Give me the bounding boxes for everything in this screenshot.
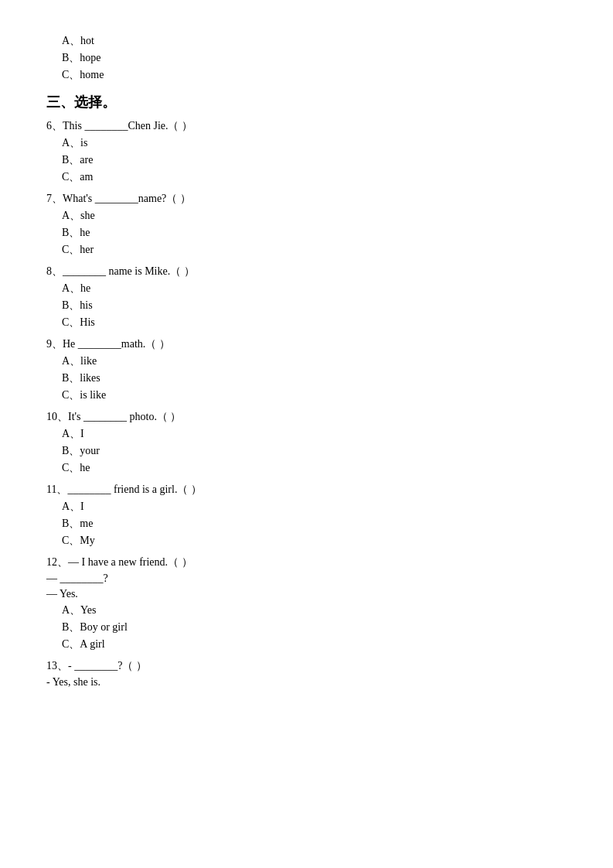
question-q9: 9、He ________math.（ ）A、likeB、likesC、is l… [46,337,567,402]
option-q11-a: A、I [46,500,567,514]
prev-options-section: A、hot B、hope C、home [46,34,567,82]
question-q12: 12、— I have a new friend.（ ）— ________?—… [46,555,567,651]
option-q10-b: B、your [46,444,567,458]
question-text-q9: 9、He ________math.（ ） [46,337,567,351]
question-q11: 11、________ friend is a girl.（ ）A、IB、meC… [46,483,567,548]
option-q12-b: B、Boy or girl [46,620,567,634]
question-text-q11: 11、________ friend is a girl.（ ） [46,483,567,497]
option-q9-c: C、is like [46,388,567,402]
option-q10-c: C、he [46,461,567,475]
option-q9-a: A、like [46,354,567,368]
questions-container: 6、This ________Chen Jie.（ ）A、isB、areC、am… [46,119,567,689]
option-q7-a: A、she [46,209,567,223]
option-q12-a: A、Yes [46,603,567,617]
option-q11-c: C、My [46,534,567,548]
question-q6: 6、This ________Chen Jie.（ ）A、isB、areC、am [46,119,567,184]
option-q6-c: C、am [46,170,567,184]
option-q7-b: B、he [46,226,567,240]
option-q6-b: B、are [46,153,567,167]
question-q7: 7、What's ________name?（ ）A、sheB、heC、her [46,192,567,257]
option-q8-a: A、he [46,282,567,296]
option-q11-b: B、me [46,517,567,531]
option-q7-c: C、her [46,243,567,257]
section3-header: 三、选择。 [46,93,567,111]
sub-line-q12-0: — ________? [46,572,567,585]
option-q8-b: B、his [46,299,567,313]
option-q9-b: B、likes [46,371,567,385]
option-q8-c: C、His [46,316,567,330]
question-q10: 10、It's ________ photo.（ ）A、IB、yourC、he [46,410,567,475]
question-text-q7: 7、What's ________name?（ ） [46,192,567,206]
prev-option-a: A、hot [46,34,567,48]
option-q6-a: A、is [46,136,567,150]
question-text-q10: 10、It's ________ photo.（ ） [46,410,567,424]
option-q12-c: C、A girl [46,637,567,651]
question-text-q13: 13、- ________?（ ） [46,659,567,673]
prev-option-c: C、home [46,68,567,82]
prev-option-b: B、hope [46,51,567,65]
question-q8: 8、________ name is Mike.（ ）A、heB、hisC、Hi… [46,265,567,330]
question-text-q12: 12、— I have a new friend.（ ） [46,555,567,569]
sub-line-q12-1: — Yes. [46,588,567,600]
question-text-q6: 6、This ________Chen Jie.（ ） [46,119,567,133]
sub-line-q13-0: - Yes, she is. [46,676,567,689]
question-text-q8: 8、________ name is Mike.（ ） [46,265,567,279]
option-q10-a: A、I [46,427,567,441]
question-q13: 13、- ________?（ ）- Yes, she is. [46,659,567,689]
